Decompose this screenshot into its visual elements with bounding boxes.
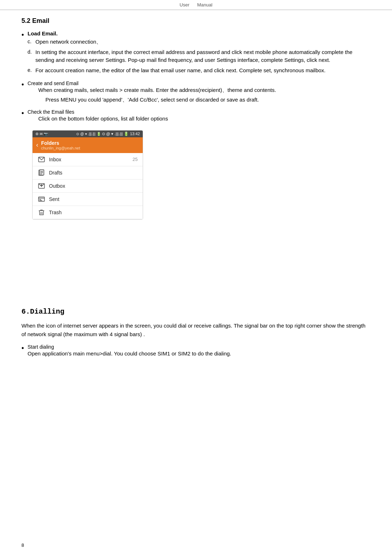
status-center: ⊙ @ ▾ .|||.||| 🔋 ⊙ @ ▾ .|||.||| 🔋 13:42 <box>76 132 140 136</box>
section6-intro: When the icon of internet server appears… <box>21 321 371 339</box>
status-left-icons: ⚙ ✉ 📷 <box>35 132 48 136</box>
bullet-dot-3: • <box>21 108 24 118</box>
section-6-title: 6.Dialling <box>21 308 371 316</box>
phone-screenshot: ⚙ ✉ 📷 ⊙ @ ▾ .|||.||| 🔋 ⊙ @ ▾ .|||.||| 🔋 … <box>32 130 143 220</box>
header-right: Manual <box>197 2 212 8</box>
sub-text-e: For account creation name, the editor of… <box>35 67 371 75</box>
bullet-dot-2: • <box>21 79 24 89</box>
header-info: Folders chunlin_ing@yeah.net <box>41 140 80 150</box>
account-email: chunlin_ing@yeah.net <box>41 146 80 150</box>
folder-trash[interactable]: Trash <box>33 206 143 219</box>
section6-bullets: • Start dialing Open application's main … <box>21 344 371 359</box>
circle-icon: ⊙ <box>76 132 79 136</box>
inbox-count: 25 <box>133 157 138 162</box>
sub-item-c: c. Open network connection、 <box>28 38 371 46</box>
drafts-icon <box>38 170 45 176</box>
sub-item-d: d. In setting the account interface, inp… <box>28 48 371 64</box>
sub-text-c: Open network connection、 <box>35 38 371 46</box>
load-email-label: Load Email. <box>28 30 58 36</box>
phone-app-header: ‹ Folders chunlin_ing@yeah.net <box>33 137 143 153</box>
folders-title: Folders <box>41 140 80 146</box>
svg-rect-2 <box>40 170 44 175</box>
section-52-title: 5.2 Email <box>21 17 371 25</box>
bullet-create-send: • Create and send Email When creating ma… <box>21 80 371 105</box>
outbox-label: Outbox <box>49 183 65 189</box>
envelope-status-icon: ✉ <box>40 132 43 136</box>
spacer <box>21 225 371 297</box>
start-dialing-body: Open application's main menu>dial. You c… <box>28 350 231 358</box>
bullet-check-files: • Check the Email files Click on the bot… <box>21 109 371 124</box>
back-button[interactable]: ‹ <box>36 141 38 149</box>
folder-sent[interactable]: Sent <box>33 193 143 206</box>
page-number: 8 <box>21 542 24 548</box>
at-icon: @ <box>80 132 84 136</box>
bullet-load-email: • Load Email. c. Open network connection… <box>21 30 371 77</box>
folder-outbox[interactable]: Outbox <box>33 180 143 193</box>
sub-item-e: e. For account creation name, the editor… <box>28 67 371 75</box>
inbox-icon <box>38 157 45 162</box>
signal-bars: .|||.||| <box>88 132 95 136</box>
folder-drafts[interactable]: Drafts <box>33 166 143 180</box>
load-email-subitems: c. Open network connection、 d. In settin… <box>28 38 371 74</box>
header-left: User <box>180 2 189 8</box>
create-send-body: When creating mails, select mails > crea… <box>38 86 276 94</box>
drafts-label: Drafts <box>49 170 62 176</box>
battery-icon: 🔋 <box>97 132 101 136</box>
time-display: ⊙ @ ▾ .|||.||| 🔋 13:42 <box>102 132 140 136</box>
bullet-start-dialing: • Start dialing Open application's main … <box>21 344 371 359</box>
sent-icon <box>38 196 45 202</box>
create-send-body2: Press MENU you could 'append'、'Add Cc/Bc… <box>45 96 276 104</box>
create-send-label: Create and send Email <box>28 80 78 86</box>
check-files-body: Click on the bottom folder options, list… <box>38 115 168 123</box>
trash-icon <box>38 210 45 215</box>
wifi-icon: ▾ <box>85 132 87 136</box>
folder-inbox[interactable]: Inbox 25 <box>33 153 143 166</box>
sub-text-d: In setting the account interface, input … <box>35 48 371 64</box>
start-dialing-label: Start dialing <box>28 344 54 350</box>
page-header: User Manual <box>0 0 392 10</box>
phone-status-bar: ⚙ ✉ 📷 ⊙ @ ▾ .|||.||| 🔋 ⊙ @ ▾ .|||.||| 🔋 … <box>33 131 143 137</box>
check-files-label: Check the Email files <box>28 109 74 115</box>
trash-label: Trash <box>49 210 62 215</box>
bullet-dot-1: • <box>21 30 24 40</box>
sub-marker-c: c. <box>28 38 35 45</box>
sent-label: Sent <box>49 196 59 202</box>
sub-marker-e: e. <box>28 67 35 74</box>
sub-marker-d: d. <box>28 48 35 56</box>
bullet-dot-dialing: • <box>21 343 24 353</box>
outbox-icon <box>38 183 45 189</box>
camera-icon: 📷 <box>44 132 48 136</box>
inbox-label: Inbox <box>49 157 61 162</box>
settings-icon: ⚙ <box>35 132 39 136</box>
